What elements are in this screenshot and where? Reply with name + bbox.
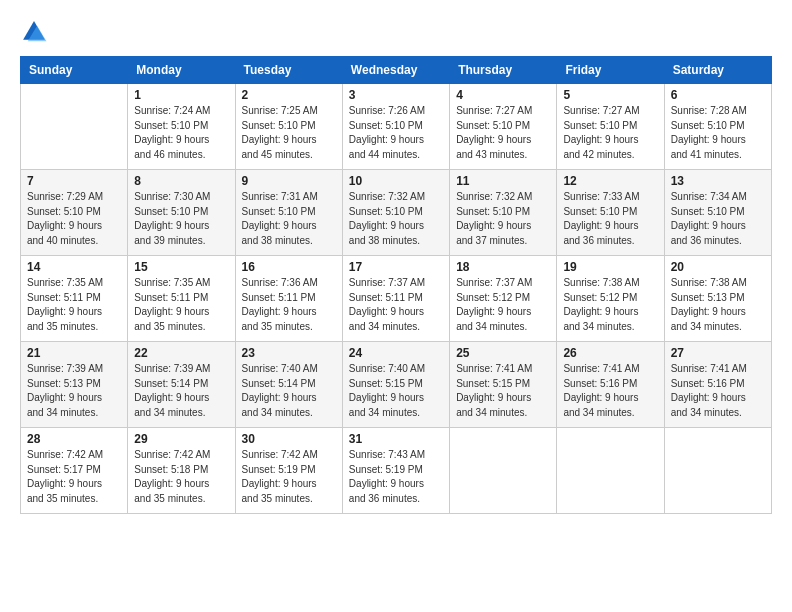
calendar-cell: 28Sunrise: 7:42 AMSunset: 5:17 PMDayligh… bbox=[21, 428, 128, 514]
logo bbox=[20, 18, 52, 46]
day-number: 12 bbox=[563, 174, 657, 188]
calendar-cell: 7Sunrise: 7:29 AMSunset: 5:10 PMDaylight… bbox=[21, 170, 128, 256]
day-number: 13 bbox=[671, 174, 765, 188]
day-number: 3 bbox=[349, 88, 443, 102]
day-number: 10 bbox=[349, 174, 443, 188]
day-info: Sunrise: 7:37 AMSunset: 5:12 PMDaylight:… bbox=[456, 276, 550, 334]
day-number: 20 bbox=[671, 260, 765, 274]
calendar-cell: 19Sunrise: 7:38 AMSunset: 5:12 PMDayligh… bbox=[557, 256, 664, 342]
calendar-cell: 13Sunrise: 7:34 AMSunset: 5:10 PMDayligh… bbox=[664, 170, 771, 256]
calendar-cell: 21Sunrise: 7:39 AMSunset: 5:13 PMDayligh… bbox=[21, 342, 128, 428]
calendar-cell: 4Sunrise: 7:27 AMSunset: 5:10 PMDaylight… bbox=[450, 84, 557, 170]
calendar-cell: 25Sunrise: 7:41 AMSunset: 5:15 PMDayligh… bbox=[450, 342, 557, 428]
calendar-cell: 6Sunrise: 7:28 AMSunset: 5:10 PMDaylight… bbox=[664, 84, 771, 170]
calendar-cell: 8Sunrise: 7:30 AMSunset: 5:10 PMDaylight… bbox=[128, 170, 235, 256]
day-info: Sunrise: 7:41 AMSunset: 5:15 PMDaylight:… bbox=[456, 362, 550, 420]
calendar-table: SundayMondayTuesdayWednesdayThursdayFrid… bbox=[20, 56, 772, 514]
day-number: 22 bbox=[134, 346, 228, 360]
day-info: Sunrise: 7:35 AMSunset: 5:11 PMDaylight:… bbox=[27, 276, 121, 334]
calendar-cell: 27Sunrise: 7:41 AMSunset: 5:16 PMDayligh… bbox=[664, 342, 771, 428]
day-info: Sunrise: 7:31 AMSunset: 5:10 PMDaylight:… bbox=[242, 190, 336, 248]
calendar-cell: 31Sunrise: 7:43 AMSunset: 5:19 PMDayligh… bbox=[342, 428, 449, 514]
calendar-cell bbox=[21, 84, 128, 170]
calendar-cell: 30Sunrise: 7:42 AMSunset: 5:19 PMDayligh… bbox=[235, 428, 342, 514]
calendar-cell: 10Sunrise: 7:32 AMSunset: 5:10 PMDayligh… bbox=[342, 170, 449, 256]
day-number: 31 bbox=[349, 432, 443, 446]
calendar-cell: 2Sunrise: 7:25 AMSunset: 5:10 PMDaylight… bbox=[235, 84, 342, 170]
day-number: 24 bbox=[349, 346, 443, 360]
day-info: Sunrise: 7:38 AMSunset: 5:13 PMDaylight:… bbox=[671, 276, 765, 334]
day-info: Sunrise: 7:42 AMSunset: 5:17 PMDaylight:… bbox=[27, 448, 121, 506]
calendar-cell: 18Sunrise: 7:37 AMSunset: 5:12 PMDayligh… bbox=[450, 256, 557, 342]
day-info: Sunrise: 7:39 AMSunset: 5:14 PMDaylight:… bbox=[134, 362, 228, 420]
day-number: 9 bbox=[242, 174, 336, 188]
day-info: Sunrise: 7:42 AMSunset: 5:19 PMDaylight:… bbox=[242, 448, 336, 506]
day-info: Sunrise: 7:28 AMSunset: 5:10 PMDaylight:… bbox=[671, 104, 765, 162]
calendar-week-row: 7Sunrise: 7:29 AMSunset: 5:10 PMDaylight… bbox=[21, 170, 772, 256]
day-info: Sunrise: 7:36 AMSunset: 5:11 PMDaylight:… bbox=[242, 276, 336, 334]
day-info: Sunrise: 7:33 AMSunset: 5:10 PMDaylight:… bbox=[563, 190, 657, 248]
day-number: 18 bbox=[456, 260, 550, 274]
weekday-header-tuesday: Tuesday bbox=[235, 57, 342, 84]
calendar-cell: 9Sunrise: 7:31 AMSunset: 5:10 PMDaylight… bbox=[235, 170, 342, 256]
calendar-cell: 1Sunrise: 7:24 AMSunset: 5:10 PMDaylight… bbox=[128, 84, 235, 170]
calendar-cell bbox=[450, 428, 557, 514]
day-info: Sunrise: 7:29 AMSunset: 5:10 PMDaylight:… bbox=[27, 190, 121, 248]
calendar-cell: 15Sunrise: 7:35 AMSunset: 5:11 PMDayligh… bbox=[128, 256, 235, 342]
day-number: 15 bbox=[134, 260, 228, 274]
day-info: Sunrise: 7:27 AMSunset: 5:10 PMDaylight:… bbox=[563, 104, 657, 162]
calendar-cell: 24Sunrise: 7:40 AMSunset: 5:15 PMDayligh… bbox=[342, 342, 449, 428]
calendar-week-row: 1Sunrise: 7:24 AMSunset: 5:10 PMDaylight… bbox=[21, 84, 772, 170]
day-number: 4 bbox=[456, 88, 550, 102]
day-number: 2 bbox=[242, 88, 336, 102]
day-number: 27 bbox=[671, 346, 765, 360]
day-number: 14 bbox=[27, 260, 121, 274]
day-info: Sunrise: 7:42 AMSunset: 5:18 PMDaylight:… bbox=[134, 448, 228, 506]
day-number: 21 bbox=[27, 346, 121, 360]
day-number: 7 bbox=[27, 174, 121, 188]
calendar-cell: 3Sunrise: 7:26 AMSunset: 5:10 PMDaylight… bbox=[342, 84, 449, 170]
calendar-cell: 20Sunrise: 7:38 AMSunset: 5:13 PMDayligh… bbox=[664, 256, 771, 342]
calendar-cell: 14Sunrise: 7:35 AMSunset: 5:11 PMDayligh… bbox=[21, 256, 128, 342]
day-number: 17 bbox=[349, 260, 443, 274]
day-info: Sunrise: 7:32 AMSunset: 5:10 PMDaylight:… bbox=[456, 190, 550, 248]
day-number: 25 bbox=[456, 346, 550, 360]
day-number: 28 bbox=[27, 432, 121, 446]
day-number: 23 bbox=[242, 346, 336, 360]
day-info: Sunrise: 7:38 AMSunset: 5:12 PMDaylight:… bbox=[563, 276, 657, 334]
day-info: Sunrise: 7:39 AMSunset: 5:13 PMDaylight:… bbox=[27, 362, 121, 420]
weekday-header-row: SundayMondayTuesdayWednesdayThursdayFrid… bbox=[21, 57, 772, 84]
calendar-cell: 12Sunrise: 7:33 AMSunset: 5:10 PMDayligh… bbox=[557, 170, 664, 256]
day-number: 1 bbox=[134, 88, 228, 102]
logo-icon bbox=[20, 18, 48, 46]
calendar-cell: 23Sunrise: 7:40 AMSunset: 5:14 PMDayligh… bbox=[235, 342, 342, 428]
day-number: 11 bbox=[456, 174, 550, 188]
header bbox=[20, 18, 772, 46]
day-info: Sunrise: 7:40 AMSunset: 5:14 PMDaylight:… bbox=[242, 362, 336, 420]
calendar-cell: 16Sunrise: 7:36 AMSunset: 5:11 PMDayligh… bbox=[235, 256, 342, 342]
weekday-header-sunday: Sunday bbox=[21, 57, 128, 84]
day-number: 6 bbox=[671, 88, 765, 102]
day-number: 5 bbox=[563, 88, 657, 102]
day-number: 29 bbox=[134, 432, 228, 446]
day-number: 19 bbox=[563, 260, 657, 274]
weekday-header-friday: Friday bbox=[557, 57, 664, 84]
weekday-header-wednesday: Wednesday bbox=[342, 57, 449, 84]
day-number: 8 bbox=[134, 174, 228, 188]
day-info: Sunrise: 7:24 AMSunset: 5:10 PMDaylight:… bbox=[134, 104, 228, 162]
day-info: Sunrise: 7:41 AMSunset: 5:16 PMDaylight:… bbox=[563, 362, 657, 420]
calendar-cell: 17Sunrise: 7:37 AMSunset: 5:11 PMDayligh… bbox=[342, 256, 449, 342]
day-info: Sunrise: 7:40 AMSunset: 5:15 PMDaylight:… bbox=[349, 362, 443, 420]
day-info: Sunrise: 7:25 AMSunset: 5:10 PMDaylight:… bbox=[242, 104, 336, 162]
calendar-cell: 26Sunrise: 7:41 AMSunset: 5:16 PMDayligh… bbox=[557, 342, 664, 428]
day-info: Sunrise: 7:27 AMSunset: 5:10 PMDaylight:… bbox=[456, 104, 550, 162]
calendar-week-row: 21Sunrise: 7:39 AMSunset: 5:13 PMDayligh… bbox=[21, 342, 772, 428]
day-info: Sunrise: 7:34 AMSunset: 5:10 PMDaylight:… bbox=[671, 190, 765, 248]
day-info: Sunrise: 7:35 AMSunset: 5:11 PMDaylight:… bbox=[134, 276, 228, 334]
weekday-header-thursday: Thursday bbox=[450, 57, 557, 84]
calendar-cell: 5Sunrise: 7:27 AMSunset: 5:10 PMDaylight… bbox=[557, 84, 664, 170]
calendar-week-row: 14Sunrise: 7:35 AMSunset: 5:11 PMDayligh… bbox=[21, 256, 772, 342]
calendar-cell bbox=[664, 428, 771, 514]
day-info: Sunrise: 7:30 AMSunset: 5:10 PMDaylight:… bbox=[134, 190, 228, 248]
weekday-header-saturday: Saturday bbox=[664, 57, 771, 84]
